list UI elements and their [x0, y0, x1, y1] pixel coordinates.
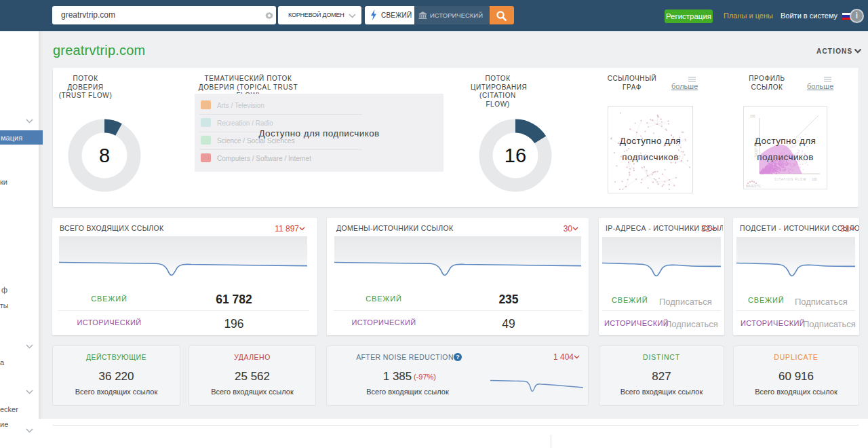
svg-text:8: 8 [99, 145, 110, 166]
svg-text:100: 100 [750, 115, 755, 118]
svg-text:CITATION FLOW: CITATION FLOW [774, 178, 807, 181]
svg-text:MAJESTIC: MAJESTIC [746, 185, 762, 188]
svg-text:100: 100 [812, 178, 817, 181]
svg-text:16: 16 [505, 145, 526, 166]
